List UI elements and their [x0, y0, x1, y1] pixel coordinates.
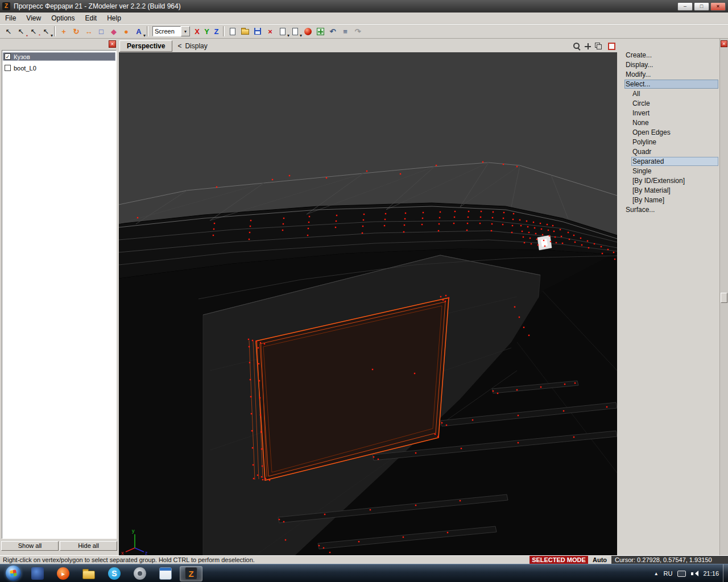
viewport-tools: [573, 43, 615, 50]
object-label: Кузов: [14, 53, 30, 60]
axis-x-button[interactable]: X: [192, 26, 202, 36]
select-circle-icon[interactable]: ↖▪: [15, 26, 27, 37]
objects-panel-close-button[interactable]: ×: [109, 40, 116, 48]
system-tray: ▲ RU 21:16: [654, 564, 721, 582]
select-separated-icon[interactable]: ↖*: [27, 26, 40, 37]
hide-all-button[interactable]: Hide all: [60, 541, 117, 551]
uv-mapper-icon[interactable]: [314, 26, 326, 37]
context-item-create[interactable]: Create...: [617, 51, 719, 60]
axis-y-button[interactable]: Y: [202, 26, 212, 36]
context-item-by-id-extension[interactable]: [By ID/Extension]: [617, 176, 719, 186]
taskbar-app-browser-button[interactable]: [26, 566, 49, 581]
speaker-icon[interactable]: [691, 570, 698, 577]
context-item-surface[interactable]: Surface...: [617, 205, 719, 215]
viewport-maximize-icon[interactable]: [608, 43, 615, 50]
log-icon[interactable]: ≡: [339, 26, 351, 37]
context-item-quadr[interactable]: Quadr: [617, 147, 719, 157]
context-item-polyline[interactable]: Polyline: [617, 138, 719, 147]
right-scrollbar[interactable]: ×: [719, 39, 728, 555]
objects-list: ✓Кузовboot_L0: [2, 50, 117, 539]
taskbar-skype-button[interactable]: S: [103, 566, 126, 581]
visibility-checkbox[interactable]: [5, 65, 11, 71]
keyboard-icon[interactable]: [677, 571, 686, 577]
open-file-icon[interactable]: [239, 26, 251, 37]
extrude-tool-icon[interactable]: □: [95, 26, 107, 37]
object-item-кузов[interactable]: ✓Кузов: [3, 52, 115, 61]
delete-icon[interactable]: ×: [264, 26, 276, 37]
context-item-circle[interactable]: Circle: [617, 99, 719, 109]
view-mode-select[interactable]: Screen▾: [152, 26, 190, 37]
viewport-display-menu[interactable]: Display: [185, 42, 207, 50]
context-item-none[interactable]: None: [617, 118, 719, 128]
context-item-open-edges[interactable]: Open Edges: [617, 128, 719, 138]
start-button[interactable]: [6, 566, 21, 581]
context-item-display[interactable]: Display...: [617, 60, 719, 70]
move-tool-icon[interactable]: +: [57, 26, 70, 37]
select-mode-dropdown-icon[interactable]: ↖▾: [40, 26, 52, 37]
context-item-separated[interactable]: Separated: [631, 157, 718, 166]
zmodeler-window: Z Прогресс Феррари 21 - ZModeler ver 2.2…: [0, 0, 728, 582]
viewport-back-arrow[interactable]: <: [177, 42, 181, 50]
viewport-canvas[interactable]: yxz: [119, 52, 617, 555]
pan-icon[interactable]: [585, 43, 591, 49]
taskbar-clock[interactable]: 21:16: [703, 570, 719, 577]
fit-view-icon[interactable]: [595, 43, 602, 49]
zoom-icon[interactable]: [573, 43, 581, 50]
visibility-checkbox[interactable]: ✓: [5, 53, 11, 60]
scrollbar-thumb[interactable]: [721, 293, 727, 303]
show-all-button[interactable]: Show all: [1, 541, 59, 551]
scale-tool-icon[interactable]: ↔: [82, 26, 95, 37]
context-item-by-material[interactable]: [By Material]: [617, 186, 719, 196]
context-item-all[interactable]: All: [617, 89, 719, 99]
taskbar-app-utility-button[interactable]: [129, 566, 151, 581]
context-item-by-name[interactable]: [By Name]: [617, 196, 719, 205]
taskbar-explorer-button[interactable]: [77, 566, 100, 581]
taskbar-media-player-button[interactable]: ▸: [52, 566, 75, 581]
select-quadr-icon[interactable]: ↖: [2, 26, 15, 37]
objects-panel: × ✓Кузовboot_L0 Show all Hide all: [0, 39, 119, 555]
annotate-tool-icon[interactable]: A▾: [133, 26, 145, 37]
taskbar-skype-icon: S: [108, 567, 121, 580]
context-item-select[interactable]: Select...: [624, 80, 718, 89]
maximize-button[interactable]: □: [694, 2, 709, 11]
toolbar-separator: [223, 26, 225, 36]
menu-help[interactable]: Help: [102, 13, 126, 24]
undo-icon[interactable]: ↶: [326, 26, 339, 37]
material-editor-icon[interactable]: [301, 26, 314, 37]
language-indicator[interactable]: RU: [664, 570, 673, 577]
auto-button[interactable]: Auto: [589, 556, 610, 564]
axis-z-button[interactable]: Z: [212, 26, 221, 36]
minimize-button[interactable]: –: [677, 2, 693, 11]
status-hint: Right-click on vertex/polygon to select …: [3, 556, 255, 564]
redo-icon[interactable]: ↷: [351, 26, 364, 37]
rotate-tool-icon[interactable]: ↻: [70, 26, 82, 37]
context-item-modify[interactable]: Modify...: [617, 70, 719, 80]
taskbar-app-notes-icon: [159, 567, 172, 580]
export-icon[interactable]: ▾: [289, 26, 301, 37]
menu-file[interactable]: File: [0, 13, 21, 24]
context-panel-close-button[interactable]: ×: [721, 40, 727, 47]
taskbar-app-notes-button[interactable]: [154, 566, 177, 581]
tray-chevron-icon[interactable]: ▲: [654, 571, 659, 576]
menu-options[interactable]: Options: [46, 13, 80, 24]
viewport-header: Perspective < Display: [119, 40, 617, 52]
attach-tool-icon[interactable]: ●: [120, 26, 133, 37]
context-item-single[interactable]: Single: [617, 167, 719, 176]
show-desktop-button[interactable]: [723, 564, 728, 582]
menu-view[interactable]: View: [21, 13, 46, 24]
viewport-tab-perspective[interactable]: Perspective: [119, 40, 172, 52]
view-mode-select-dropdown-icon[interactable]: ▾: [181, 26, 190, 36]
new-file-icon[interactable]: [226, 26, 239, 37]
import-icon[interactable]: ▾: [276, 26, 289, 37]
menu-edit[interactable]: Edit: [80, 13, 102, 24]
mirror-tool-icon[interactable]: ◆: [107, 26, 120, 37]
window-title: Прогресс Феррари 21 - ZModeler ver 2.2.2…: [14, 2, 677, 10]
save-file-icon[interactable]: [251, 26, 264, 37]
svg-text:y: y: [132, 528, 135, 534]
object-item-boot-l0[interactable]: boot_L0: [3, 64, 115, 72]
taskbar-zmodeler-button[interactable]: Z: [180, 566, 202, 581]
close-button[interactable]: ×: [710, 2, 726, 11]
object-label: boot_L0: [14, 65, 36, 72]
context-item-invert[interactable]: Invert: [617, 109, 719, 118]
taskbar-explorer-icon: [82, 571, 95, 579]
